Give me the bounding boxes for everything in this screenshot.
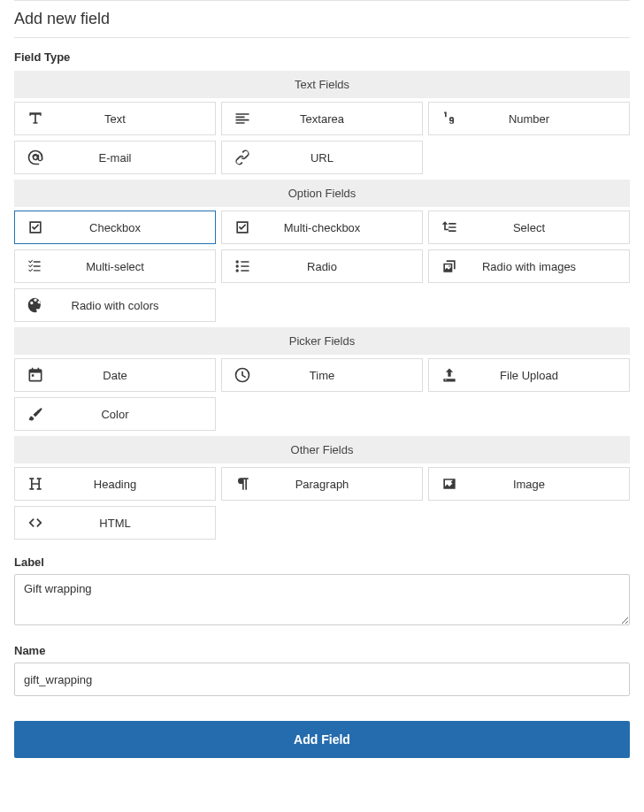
field-type-textarea[interactable]: Textarea [221,102,423,135]
field-type-text[interactable]: Text [14,102,216,135]
label-field-label: Label [14,555,630,569]
field-type-label-text: Text [56,112,215,126]
field-type-label-textarea: Textarea [263,112,422,126]
code-icon [15,514,56,532]
field-type-email[interactable]: E-mail [14,141,216,174]
heading-icon [15,475,56,493]
field-type-radioimages[interactable]: Radio with images [428,249,630,283]
upload-icon [429,366,470,384]
lines-left-icon [222,110,263,127]
field-type-label-paragraph: Paragraph [263,478,422,491]
group-header-option: Option Fields [14,180,630,207]
field-type-label-url: URL [263,151,422,165]
checklist-icon [15,257,56,275]
one-nine-icon [429,110,470,127]
field-type-label-select: Select [470,221,629,234]
group-header-text: Text Fields [14,71,630,98]
field-type-label-html: HTML [56,517,215,530]
field-type-time[interactable]: Time [221,358,423,392]
name-field-label: Name [14,644,630,657]
field-type-multicheckbox[interactable]: Multi-checkbox [221,211,423,244]
field-type-heading[interactable]: Heading [14,467,216,501]
group-other: Other FieldsHeadingParagraphImageHTML [14,436,630,540]
field-type-label-color: Color [56,408,215,421]
field-type-label-number: Number [470,112,629,126]
checkbox-icon [222,218,263,236]
field-type-url[interactable]: URL [221,141,423,174]
page-title: Add new field [14,10,630,28]
field-type-label-image: Image [470,478,629,491]
group-option: Option FieldsCheckboxMulti-checkboxSelec… [14,180,630,322]
field-type-paragraph[interactable]: Paragraph [221,467,423,501]
pilcrow-icon [222,475,263,493]
label-input[interactable] [14,574,630,625]
field-type-label-radio: Radio [263,260,422,273]
field-type-number[interactable]: Number [428,102,630,135]
field-type-checkbox[interactable]: Checkbox [14,211,216,244]
name-input[interactable] [14,663,630,696]
tile-grid-other: HeadingParagraphImageHTML [14,467,630,540]
field-type-label: Field Type [14,50,630,64]
field-type-label-fileupload: File Upload [470,369,629,382]
field-type-radio[interactable]: Radio [221,249,423,283]
tile-grid-text: TextTextareaNumberE-mailURL [14,102,630,174]
group-picker: Picker FieldsDateTimeFile UploadColor [14,327,630,431]
checkbox-icon [15,218,56,236]
palette-icon [15,296,56,314]
tile-grid-option: CheckboxMulti-checkboxSelectMulti-select… [14,211,630,322]
add-field-button[interactable]: Add Field [14,721,630,758]
link-icon [222,149,263,166]
image-icon [429,475,470,493]
field-type-label-email: E-mail [56,151,215,165]
field-type-label-multiselect: Multi-select [56,260,215,273]
field-type-color[interactable]: Color [14,397,216,431]
field-type-label-multicheckbox: Multi-checkbox [263,221,422,234]
font-icon [15,110,56,127]
field-type-label-radioimages: Radio with images [470,260,629,273]
field-type-label-radiocolors: Radio with colors [56,299,215,312]
field-type-label-time: Time [263,369,422,382]
field-type-label-heading: Heading [56,478,215,491]
bullet-list-icon [222,257,263,275]
images-icon [429,257,470,275]
group-text: Text FieldsTextTextareaNumberE-mailURL [14,71,630,174]
brush-icon [15,405,56,423]
field-type-image[interactable]: Image [428,467,630,501]
group-header-picker: Picker Fields [14,327,630,355]
field-type-radiocolors[interactable]: Radio with colors [14,288,216,322]
field-type-label-checkbox: Checkbox [56,221,215,234]
group-header-other: Other Fields [14,436,630,463]
field-type-label-date: Date [56,369,215,382]
select-icon [429,218,470,236]
field-type-select[interactable]: Select [428,211,630,244]
field-type-html[interactable]: HTML [14,506,216,540]
at-icon [15,149,56,166]
field-type-fileupload[interactable]: File Upload [428,358,630,392]
field-type-multiselect[interactable]: Multi-select [14,249,216,283]
tile-grid-picker: DateTimeFile UploadColor [14,358,630,431]
clock-icon [222,366,263,384]
page-header: Add new field [14,0,630,38]
field-type-date[interactable]: Date [14,358,216,392]
calendar-icon [15,366,56,384]
